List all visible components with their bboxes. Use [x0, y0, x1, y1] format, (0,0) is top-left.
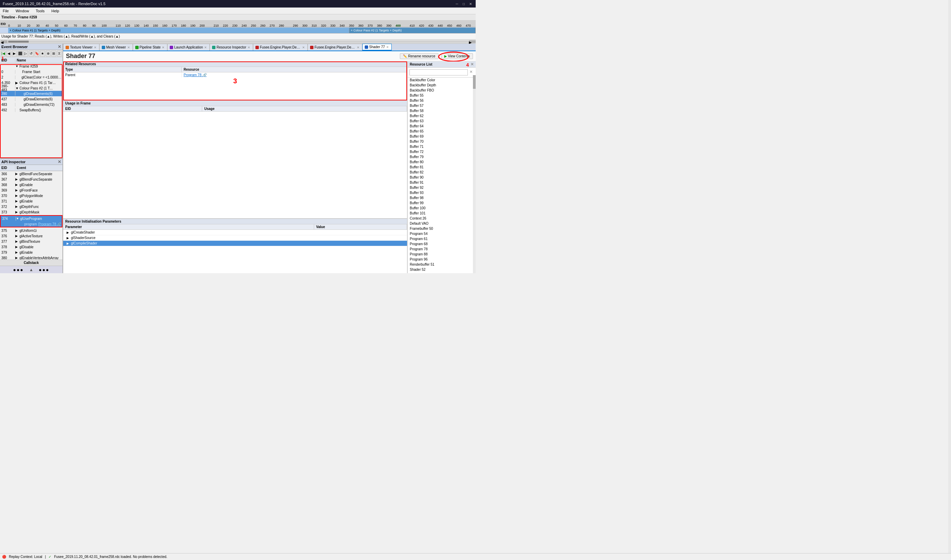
- api-expand-373[interactable]: ▶: [15, 210, 20, 214]
- tab-fusee1-close[interactable]: ✕: [302, 46, 305, 49]
- timeline-block-pass1[interactable]: + Colour Pass #1 (1 Targets + Depth): [8, 28, 349, 33]
- tab-fusee-30136[interactable]: Fusee.Engine.Player.Desktop [PID 30136] …: [253, 44, 308, 51]
- api-item-370[interactable]: 370 ▶ glPolygonMode: [0, 193, 63, 198]
- resource-item-buf71[interactable]: Buffer 71: [408, 144, 476, 149]
- eb-btn10[interactable]: ⧖: [57, 51, 62, 57]
- resource-search-clear[interactable]: ✕: [469, 70, 475, 75]
- eb-btn9[interactable]: ⊞: [51, 51, 56, 57]
- event-browser-tree[interactable]: ▼ Frame #259 0 Frame Start 2 glClear(Col…: [0, 63, 63, 158]
- tab-texture-close[interactable]: ✕: [94, 46, 97, 49]
- tab-texture-viewer[interactable]: Texture Viewer ✕: [63, 44, 99, 51]
- resource-item-ctx26[interactable]: Context 26: [408, 216, 476, 221]
- tab-mesh-close[interactable]: ✕: [127, 46, 131, 49]
- api-item-378[interactable]: 378 ▶ glDisable: [0, 244, 63, 249]
- tree-draw437[interactable]: 437 glDrawElements(6): [0, 96, 63, 102]
- resource-item-sh52[interactable]: Shader 52: [408, 267, 476, 272]
- resource-item-fb50[interactable]: Framebuffer 50: [408, 226, 476, 231]
- resource-item-backbuffer-depth[interactable]: Backbuffer Depth: [408, 83, 476, 88]
- tab-fusee-4416[interactable]: Fusee.Engine.Player.Desktop [PID 4416] ✕: [308, 44, 362, 51]
- scroll-left-btn[interactable]: ◀: [1, 40, 8, 43]
- resource-item-buf70[interactable]: Buffer 70: [408, 139, 476, 144]
- resource-item-buf93[interactable]: Buffer 93: [408, 190, 476, 195]
- tree-frame-expand[interactable]: ▼: [15, 65, 20, 68]
- api-expand-371[interactable]: ▶: [15, 199, 20, 203]
- tree-pass2[interactable]: 390-483 ▼ Colour Pass #2 (1 Targets + De…: [0, 85, 63, 91]
- api-item-375[interactable]: 375 ▶ glUniform1i: [0, 228, 63, 233]
- init-row-create[interactable]: ▶ glCreateShader: [63, 230, 407, 235]
- maximize-button[interactable]: □: [461, 2, 466, 6]
- api-expand-378[interactable]: ▶: [15, 245, 20, 249]
- event-browser-close[interactable]: ✕: [58, 45, 61, 49]
- api-item-380[interactable]: 380 ▶ glEnableVertexAttribArray: [0, 255, 63, 260]
- menu-help[interactable]: Help: [50, 8, 61, 14]
- tab-pipeline-close[interactable]: ✕: [162, 46, 165, 49]
- tab-mesh-viewer[interactable]: Mesh Viewer ✕: [99, 44, 133, 51]
- api-inspector-list[interactable]: 366 ▶ glBlendFuncSeparate 367 ▶ glBlendF…: [0, 171, 63, 260]
- eb-btn5[interactable]: ↺: [29, 51, 34, 57]
- resource-item-buf69[interactable]: Buffer 69: [408, 134, 476, 139]
- api-expand-372[interactable]: ▶: [15, 205, 20, 208]
- resource-item-buf99[interactable]: Buffer 99: [408, 200, 476, 206]
- tab-shader77[interactable]: Shader 77 ✕: [362, 44, 392, 51]
- resource-item-buf80[interactable]: Buffer 80: [408, 160, 476, 165]
- scroll-right-btn[interactable]: ▶: [469, 40, 476, 43]
- resource-item-buf79[interactable]: Buffer 79: [408, 154, 476, 160]
- api-expand-380[interactable]: ▶: [15, 256, 20, 260]
- tree-frame-start[interactable]: 0 Frame Start: [0, 69, 63, 74]
- resource-item-buf65[interactable]: Buffer 65: [408, 129, 476, 134]
- resource-item-buf98[interactable]: Buffer 98: [408, 195, 476, 200]
- api-inspector-close[interactable]: ✕: [58, 160, 61, 164]
- api-expand-377[interactable]: ▶: [15, 240, 20, 243]
- resource-scrollbar-thumb[interactable]: [473, 75, 476, 89]
- api-expand-374[interactable]: ▼: [16, 217, 20, 220]
- api-item-374[interactable]: 374 ▼ glUseProgram: [1, 216, 62, 221]
- resource-item-buf57[interactable]: Buffer 57: [408, 103, 476, 108]
- init-row-compile[interactable]: ▶ glCompileShader: [63, 241, 407, 246]
- resource-item-prog96[interactable]: Program 96: [408, 257, 476, 262]
- tree-frame[interactable]: ▼ Frame #259: [0, 63, 63, 69]
- bottom-nav-up[interactable]: ▲: [29, 268, 34, 272]
- api-item-369[interactable]: 369 ▶ glFrontFace: [0, 188, 63, 193]
- tab-fusee2-close[interactable]: ✕: [357, 46, 360, 49]
- tab-resource-inspector[interactable]: Resource Inspector ✕: [210, 44, 253, 51]
- resource-list-scrollbar[interactable]: [473, 75, 476, 273]
- init-row-source[interactable]: ▶ glShaderSource: [63, 235, 407, 241]
- resource-item-buf101[interactable]: Buffer 101: [408, 211, 476, 216]
- resource-item-buf91[interactable]: Buffer 91: [408, 180, 476, 185]
- api-item-372[interactable]: 372 ▶ glDepthFunc: [0, 204, 63, 209]
- api-item-373[interactable]: 373 ▶ glDepthMask: [0, 209, 63, 215]
- api-item-379[interactable]: 379 ▶ glEnable: [0, 249, 63, 255]
- resource-item-buf64[interactable]: Buffer 64: [408, 124, 476, 129]
- tree-pass2-expand[interactable]: ▼: [15, 86, 20, 90]
- eb-prev-btn[interactable]: ◀: [6, 51, 11, 57]
- bottom-nav-right[interactable]: ●●●: [38, 267, 49, 272]
- resource-item-buf81[interactable]: Buffer 81: [408, 165, 476, 170]
- resource-item-buf56[interactable]: Buffer 56: [408, 98, 476, 103]
- api-item-376[interactable]: 376 ▶ glActiveTexture: [0, 233, 63, 239]
- resource-item-buf100[interactable]: Buffer 100: [408, 206, 476, 211]
- resource-item-buf55[interactable]: Buffer 55: [408, 93, 476, 98]
- tab-shader-close[interactable]: ✕: [386, 45, 389, 49]
- api-val-program[interactable]: Program 78 🔗: [38, 222, 61, 226]
- api-expand-366[interactable]: ▶: [15, 172, 20, 175]
- scroll-track[interactable]: [8, 41, 468, 43]
- tab-launch-app[interactable]: Launch Application ✕: [167, 44, 210, 51]
- resource-item-prog61[interactable]: Program 61: [408, 236, 476, 242]
- api-expand-379[interactable]: ▶: [15, 251, 20, 254]
- resource-item-sh53[interactable]: Shader 53: [408, 272, 476, 273]
- resource-item-rb51[interactable]: Renderbuffer 51: [408, 262, 476, 267]
- resource-item-buf90[interactable]: Buffer 90: [408, 175, 476, 180]
- tab-pipeline[interactable]: Pipeline State ✕: [133, 44, 168, 51]
- program78-link[interactable]: Program 78 🔗: [184, 73, 206, 77]
- api-expand-370[interactable]: ▶: [15, 194, 20, 197]
- close-button[interactable]: ✕: [468, 2, 473, 6]
- resource-item-backbuffer-color[interactable]: Backbuffer Color: [408, 77, 476, 83]
- api-expand-368[interactable]: ▶: [15, 183, 20, 186]
- eb-first-btn[interactable]: |◀: [1, 51, 5, 57]
- api-item-374-program[interactable]: program Program 78 🔗: [1, 221, 62, 227]
- scroll-thumb[interactable]: [8, 41, 29, 43]
- resource-search-input[interactable]: [409, 69, 468, 75]
- resource-item-defvao[interactable]: Default VAO: [408, 221, 476, 226]
- resource-item-buf92[interactable]: Buffer 92: [408, 185, 476, 190]
- timeline-events[interactable]: + Colour Pass #1 (1 Targets + Depth) + C…: [0, 27, 476, 34]
